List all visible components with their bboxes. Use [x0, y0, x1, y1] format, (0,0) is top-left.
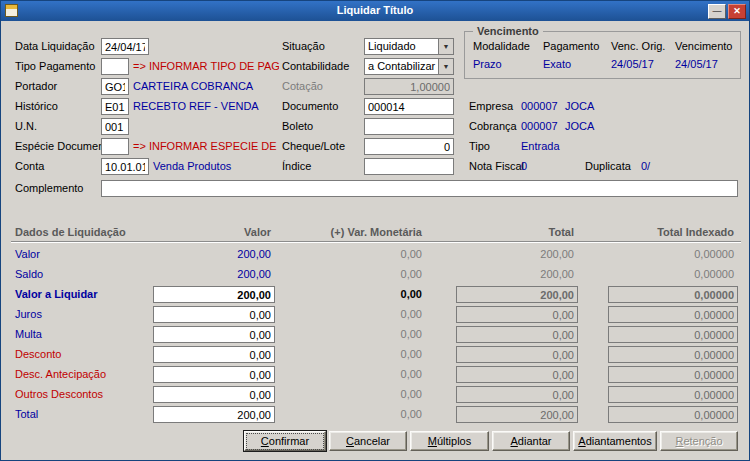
vencimento-value: 24/05/17	[675, 56, 718, 73]
cobranca-label: Cobrança	[469, 118, 517, 135]
total-input[interactable]	[153, 406, 275, 423]
row-valor-valor: 200,00	[153, 246, 275, 263]
row-desc-antecipacao-label: Desc. Antecipação	[15, 366, 106, 383]
portador-input[interactable]	[101, 78, 129, 95]
contabilidade-select[interactable]: a Contabilizar ▼	[364, 58, 454, 75]
empresa-code: 000007	[521, 98, 558, 115]
row-valor-total: 200,00	[456, 246, 578, 263]
indice-input[interactable]	[364, 158, 454, 175]
tipo-pagamento-label: Tipo Pagamento	[15, 58, 95, 75]
row-saldo-total: 200,00	[456, 266, 578, 283]
vencimento-group-title: Vencimento	[473, 25, 543, 38]
indice-label: Índice	[282, 158, 311, 175]
button-row: Confirmar Cancelar Múltiplos Adiantar Ad…	[244, 431, 738, 451]
data-liquidacao-label: Data Liquidação	[15, 38, 95, 55]
situacao-value: Liquidado	[368, 40, 416, 53]
multiplos-button-label: Múltiplos	[413, 434, 486, 449]
minimize-button[interactable]: —	[708, 4, 726, 19]
desconto-total-input	[456, 346, 578, 363]
un-label: U.N.	[15, 118, 37, 135]
chevron-down-icon: ▼	[438, 39, 453, 54]
row-outros-descontos-label: Outros Descontos	[15, 386, 103, 403]
retencao-button: Retenção	[660, 431, 738, 451]
row-valor-a-liquidar-var: 0,00	[301, 286, 426, 303]
empresa-label: Empresa	[469, 98, 513, 115]
juros-indexado-input	[608, 306, 738, 323]
outros-descontos-indexado-input	[608, 386, 738, 403]
modalidade-value: Prazo	[473, 56, 502, 73]
desc-antecipacao-indexado-input	[608, 366, 738, 383]
venc-orig-value: 24/05/17	[611, 56, 654, 73]
adiantamentos-button[interactable]: Adiantamentos	[573, 431, 657, 451]
data-liquidacao-input[interactable]	[101, 38, 149, 55]
cobranca-name: JOCA	[565, 118, 594, 135]
un-input[interactable]	[101, 118, 129, 135]
row-valor-a-liquidar-label: Valor a Liquidar	[15, 286, 98, 303]
cotacao-input	[364, 78, 454, 95]
chevron-down-icon: ▼	[438, 59, 453, 74]
conta-input[interactable]	[101, 158, 149, 175]
adiantar-button[interactable]: Adiantar	[492, 431, 570, 451]
col-header-total: Total	[456, 224, 578, 241]
confirmar-button-label: Confirmar	[247, 434, 323, 449]
total-total-input	[456, 406, 578, 423]
tipo-pagamento-input[interactable]	[101, 58, 129, 75]
situacao-label: Situação	[282, 38, 325, 55]
documento-input[interactable]	[364, 98, 454, 115]
tipo-label: Tipo	[469, 138, 490, 155]
complemento-input[interactable]	[101, 180, 738, 197]
nota-fiscal-label: Nota Fiscal	[469, 158, 524, 175]
boleto-input[interactable]	[364, 118, 454, 135]
tipo-pagamento-hint: => INFORMAR TIPO DE PAGAMENTO	[133, 58, 279, 75]
multa-indexado-input	[608, 326, 738, 343]
confirmar-button[interactable]: Confirmar	[244, 431, 326, 451]
cobranca-code: 000007	[521, 118, 558, 135]
documento-label: Documento	[282, 98, 338, 115]
row-multa-var: 0,00	[301, 326, 426, 343]
outros-descontos-total-input	[456, 386, 578, 403]
duplicata-label: Duplicata	[585, 158, 631, 175]
row-valor-label: Valor	[15, 246, 40, 263]
portador-label: Portador	[15, 78, 57, 95]
window-title: Liquidar Título	[1, 4, 749, 16]
liquidar-titulo-window: Liquidar Título — ✕ Data Liquidação Tipo…	[0, 0, 750, 461]
valor-a-liquidar-indexado-input	[608, 286, 738, 303]
historico-input[interactable]	[101, 98, 129, 115]
desconto-input[interactable]	[153, 346, 275, 363]
close-button[interactable]: ✕	[728, 4, 746, 19]
cancelar-button[interactable]: Cancelar	[329, 431, 407, 451]
desc-antecipacao-input[interactable]	[153, 366, 275, 383]
cheque-lote-input[interactable]	[364, 138, 454, 155]
row-saldo-indexado: 0,00000	[608, 266, 738, 283]
juros-total-input	[456, 306, 578, 323]
tipo-value: Entrada	[521, 138, 560, 155]
row-multa-label: Multa	[15, 326, 42, 343]
row-valor-indexado: 0,00000	[608, 246, 738, 263]
multiplos-button[interactable]: Múltiplos	[410, 431, 489, 451]
especie-documento-label: Espécie Documento	[15, 138, 113, 155]
boleto-label: Boleto	[282, 118, 313, 135]
duplicata-value: 0/	[641, 158, 650, 175]
retencao-button-label: Retenção	[663, 434, 735, 449]
valor-a-liquidar-input[interactable]	[153, 286, 275, 303]
complemento-label: Complemento	[15, 180, 83, 197]
row-desc-antecipacao-var: 0,00	[301, 366, 426, 383]
juros-input[interactable]	[153, 306, 275, 323]
adiantamentos-button-label: Adiantamentos	[576, 434, 654, 449]
multa-total-input	[456, 326, 578, 343]
historico-label: Histórico	[15, 98, 58, 115]
row-saldo-var: 0,00	[301, 266, 426, 283]
row-total-var: 0,00	[301, 406, 426, 423]
outros-descontos-input[interactable]	[153, 386, 275, 403]
situacao-select[interactable]: Liquidado ▼	[364, 38, 454, 55]
multa-input[interactable]	[153, 326, 275, 343]
venc-orig-header: Venc. Orig.	[611, 38, 665, 55]
especie-documento-input[interactable]	[101, 138, 129, 155]
historico-description: RECEBTO REF - VENDA	[133, 98, 259, 115]
adiantar-button-label: Adiantar	[495, 434, 567, 449]
window-controls: — ✕	[708, 4, 746, 19]
header-divider	[11, 241, 741, 242]
row-saldo-valor: 200,00	[153, 266, 275, 283]
col-header-total-indexado: Total Indexado	[608, 224, 738, 241]
row-desconto-label: Desconto	[15, 346, 61, 363]
